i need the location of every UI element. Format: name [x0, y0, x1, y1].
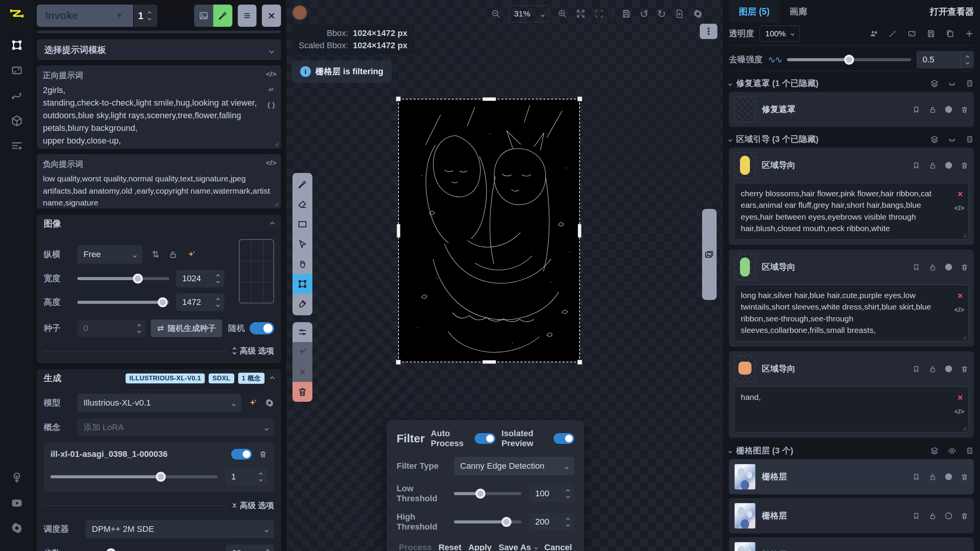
zoom-out-icon[interactable] — [491, 9, 501, 19]
color-picker-tool[interactable] — [292, 294, 312, 314]
lora-weight-slider[interactable] — [51, 475, 217, 478]
rect-tool[interactable] — [292, 214, 312, 234]
random-seed-toggle[interactable] — [250, 322, 274, 334]
model-select[interactable]: Illustrious-XL-v0.1 — [77, 394, 241, 412]
regional-guidance-item[interactable]: 区域导向 hand, × </> — [729, 351, 974, 438]
bbox-handle-ne[interactable] — [577, 96, 582, 101]
resize-handle-icon[interactable] — [961, 334, 967, 339]
lora-trash-icon[interactable] — [259, 450, 267, 458]
resize-handle-icon[interactable] — [961, 232, 967, 238]
remove-prompt-icon[interactable]: × — [958, 290, 963, 302]
code-icon[interactable]: </> — [954, 305, 964, 315]
save-as-button[interactable]: Save As — [498, 543, 537, 551]
raster-layers-group-header[interactable]: 栅格图层 (3 个) — [729, 442, 974, 459]
trash-icon[interactable] — [960, 473, 969, 481]
raster-layer-item[interactable]: 栅格层 — [729, 459, 974, 494]
seed-input[interactable]: 0 — [77, 320, 145, 337]
bookmark-icon[interactable] — [912, 263, 920, 271]
tips-button[interactable] — [8, 468, 26, 487]
link-icon[interactable] — [267, 85, 275, 94]
generation-section-header[interactable]: 生成 ILLUSTRIOUS-XL-V0.1 SDXL 1 概念 — [37, 369, 281, 388]
visibility-dot-icon[interactable] — [945, 106, 952, 113]
trash-icon[interactable] — [960, 365, 969, 373]
delete-layer-button[interactable] — [292, 382, 312, 402]
prompt-template-selector[interactable]: 选择提示词模板 — [37, 39, 281, 60]
tab-gallery[interactable]: 画廊 — [780, 0, 817, 23]
remove-prompt-icon[interactable]: × — [958, 188, 963, 201]
bookmark-icon[interactable] — [912, 473, 920, 481]
model-settings-gear-icon[interactable] — [265, 398, 274, 408]
filter-layer-button[interactable] — [292, 322, 312, 342]
code-icon[interactable]: </> — [954, 407, 964, 417]
visibility-dot-icon[interactable] — [945, 264, 952, 271]
canvas-menu-button[interactable]: ⋮ — [700, 24, 717, 39]
frame-icon[interactable] — [907, 29, 916, 38]
stepper-icons[interactable] — [961, 51, 974, 68]
select-object-icon[interactable] — [869, 29, 878, 38]
nav-queue-tab[interactable] — [8, 137, 26, 155]
advanced-options-label[interactable]: 高级 选项 — [240, 346, 274, 356]
trash-icon[interactable] — [960, 263, 969, 271]
raster-layer-item[interactable]: 栅格层 — [729, 537, 974, 551]
resize-handle-icon[interactable] — [961, 425, 967, 430]
steps-input[interactable]: 20 — [226, 544, 274, 551]
lock-open-icon[interactable] — [929, 161, 937, 170]
high-threshold-input[interactable]: 200 — [529, 513, 574, 531]
duplicate-icon[interactable] — [946, 29, 955, 38]
lora-enabled-toggle[interactable] — [231, 449, 252, 460]
wand-icon[interactable] — [888, 29, 897, 38]
lock-open-icon[interactable] — [929, 365, 937, 373]
bbox-handle-n[interactable] — [482, 97, 496, 101]
filter-type-select[interactable]: Canny Edge Detection — [454, 457, 574, 475]
add-layer-icon[interactable] — [965, 29, 974, 38]
gallery-drawer-handle[interactable] — [702, 209, 717, 300]
zoom-in-icon[interactable] — [557, 9, 567, 19]
stepper-icons[interactable] — [132, 324, 145, 333]
merge-layers-icon[interactable] — [930, 135, 939, 143]
lora-weight-input[interactable]: 1 — [225, 468, 267, 486]
add-lora-select[interactable]: 添加 LoRA — [77, 418, 274, 437]
pan-tool[interactable] — [292, 254, 312, 274]
invoke-button[interactable]: Invoke — [37, 5, 133, 27]
canvas-mode-button[interactable] — [213, 5, 232, 27]
zoom-level-select[interactable]: 31% — [509, 5, 549, 22]
low-threshold-slider[interactable] — [454, 492, 521, 495]
region-prompt-textarea[interactable]: hand, × </> — [734, 386, 969, 432]
viewer-mode-button[interactable] — [194, 5, 213, 27]
bookmark-icon[interactable] — [912, 365, 920, 373]
bbox-handle-sw[interactable] — [396, 360, 401, 365]
board-icon[interactable] — [965, 79, 974, 88]
trash-icon[interactable] — [960, 161, 969, 170]
generation-bbox[interactable] — [398, 99, 580, 362]
stepper-icons[interactable] — [211, 275, 224, 283]
canvas-settings-gear-icon[interactable] — [693, 9, 703, 19]
lock-open-icon[interactable] — [929, 512, 937, 520]
positive-prompt-text[interactable]: 2girls, standing,check-to-check,light sm… — [43, 84, 275, 147]
stepper-icons[interactable] — [211, 298, 224, 306]
regional-guidance-group-header[interactable]: 区域引导 (3 个已隐藏) — [729, 131, 974, 148]
inpaint-mask-group-header[interactable]: 修复遮罩 (1 个已隐藏) — [729, 75, 974, 92]
region-prompt-textarea[interactable]: long hair,silver hair,blue hair,cute,pur… — [734, 285, 969, 341]
stepper-icons[interactable] — [561, 518, 574, 526]
resize-handle-icon[interactable] — [273, 140, 279, 147]
open-viewer-link[interactable]: 打开查看器 — [930, 6, 974, 18]
auto-process-toggle[interactable] — [475, 433, 495, 444]
trash-icon[interactable] — [960, 512, 969, 520]
braces-icon[interactable]: { } — [267, 101, 275, 109]
visibility-dot-icon[interactable] — [945, 473, 952, 480]
trash-icon[interactable] — [960, 106, 969, 114]
remove-prompt-icon[interactable]: × — [958, 391, 963, 404]
nav-workflows-tab[interactable] — [8, 86, 26, 105]
tab-layers[interactable]: 图层 (5) — [729, 0, 780, 23]
cancel-disabled-button[interactable]: × — [292, 362, 312, 382]
nav-models-tab[interactable] — [8, 112, 26, 130]
randomize-seed-button[interactable]: ⇄ 随机生成种子 — [151, 320, 222, 337]
save-canvas-icon[interactable] — [621, 9, 631, 19]
move-tool[interactable] — [292, 234, 312, 254]
model-sparkle-icon[interactable] — [248, 398, 258, 408]
youtube-button[interactable] — [8, 494, 26, 512]
bbox-handle-se[interactable] — [577, 360, 582, 365]
bookmark-icon[interactable] — [912, 106, 920, 114]
low-threshold-input[interactable]: 100 — [529, 485, 574, 502]
brush-tool[interactable] — [292, 174, 312, 194]
